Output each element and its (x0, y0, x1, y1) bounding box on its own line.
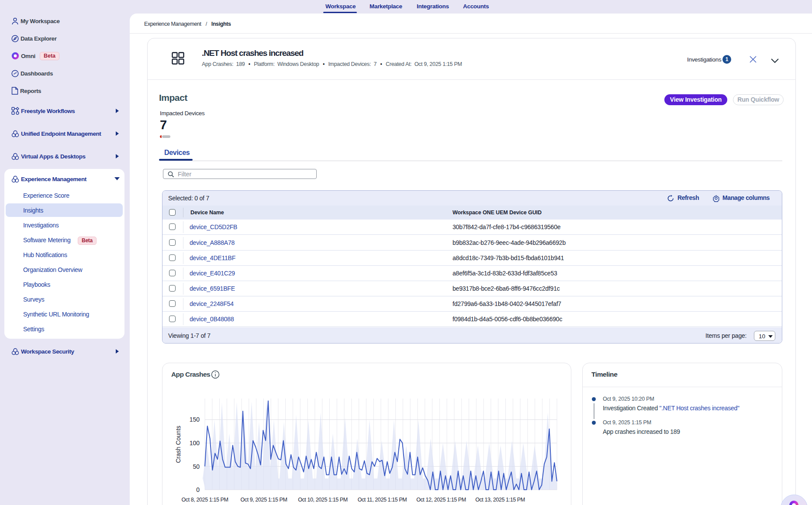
svg-text:0: 0 (196, 486, 200, 493)
svg-text:Crash Counts: Crash Counts (175, 426, 182, 463)
svg-text:Oct 12, 2025 1:15 PM: Oct 12, 2025 1:15 PM (416, 497, 466, 503)
svg-text:150: 150 (190, 416, 200, 423)
svg-text:Oct 8, 2025 1:15 PM: Oct 8, 2025 1:15 PM (181, 497, 228, 503)
svg-text:Oct 11, 2025 1:15 PM: Oct 11, 2025 1:15 PM (358, 497, 407, 503)
svg-text:Oct 10, 2025 1:15 PM: Oct 10, 2025 1:15 PM (298, 497, 348, 503)
svg-text:100: 100 (190, 440, 200, 447)
svg-text:Oct 9, 2025 1:15 PM: Oct 9, 2025 1:15 PM (240, 497, 287, 503)
svg-text:50: 50 (193, 463, 200, 470)
svg-text:Oct 13, 2025 1:15 PM: Oct 13, 2025 1:15 PM (475, 497, 525, 503)
